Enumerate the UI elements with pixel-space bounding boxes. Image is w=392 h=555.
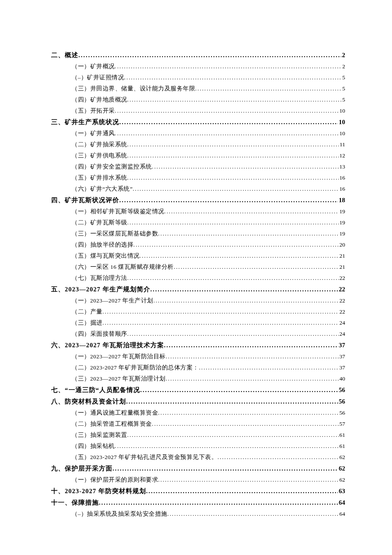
- toc-label: （二）产量: [72, 308, 103, 316]
- toc-label: （一）相邻矿井瓦斯等级鉴定情况: [72, 208, 164, 215]
- toc-label: 九、保护层开采方面: [51, 465, 112, 473]
- toc-entry[interactable]: （–）矿井证照情况...............................…: [51, 74, 345, 81]
- toc-label: （–）抽采系统及抽采泵站安全措施: [72, 510, 167, 518]
- toc-label: （三）一采区煤层瓦斯基础参数: [72, 230, 158, 238]
- toc-entry[interactable]: （四）矿井安全监测监控系统...........................…: [51, 163, 345, 171]
- toc-entry[interactable]: （四）抽采钻机.................................…: [51, 442, 345, 450]
- toc-leader-dots: ........................................…: [195, 85, 341, 92]
- toc-entry[interactable]: （–）抽采系统及抽采泵站安全措施........................…: [51, 510, 345, 518]
- toc-page-number: 19: [339, 208, 346, 215]
- toc-entry[interactable]: 四、矿井瓦斯状况评价..............................…: [51, 196, 345, 204]
- toc-entry[interactable]: 六、2023—2027 年瓦斯治理技术方案...................…: [51, 341, 345, 349]
- toc-entry[interactable]: （一）2023—2027 年瓦斯防治目标....................…: [51, 353, 345, 360]
- toc-entry[interactable]: （三）抽采监测装置...............................…: [51, 431, 345, 439]
- toc-entry[interactable]: （一）保护层开采的原则和要求..........................…: [51, 476, 345, 484]
- table-of-contents: 二、概述....................................…: [51, 51, 345, 518]
- toc-leader-dots: ........................................…: [103, 308, 339, 315]
- toc-entry[interactable]: （二）矿井瓦斯等级...............................…: [51, 219, 345, 227]
- toc-label: （一）矿井概况: [72, 63, 115, 70]
- toc-leader-dots: ........................................…: [158, 477, 339, 483]
- toc-entry[interactable]: （五）煤与瓦斯突出情况.............................…: [51, 252, 345, 260]
- toc-entry[interactable]: （一）通风设施工程量概算资金..........................…: [51, 409, 345, 417]
- toc-entry[interactable]: （一）矿井概况.................................…: [51, 63, 345, 70]
- toc-entry[interactable]: （一）矿井通风.................................…: [51, 130, 345, 137]
- toc-leader-dots: ........................................…: [112, 465, 338, 472]
- toc-entry[interactable]: （一）相邻矿井瓦斯等级鉴定情况.........................…: [51, 208, 345, 215]
- toc-page-number: 22: [338, 286, 345, 293]
- toc-leader-dots: ........................................…: [164, 342, 338, 349]
- toc-entry[interactable]: （四）矿井地质概况...............................…: [51, 96, 345, 104]
- toc-leader-dots: ........................................…: [119, 197, 338, 204]
- toc-leader-dots: ........................................…: [167, 511, 339, 517]
- toc-entry[interactable]: （五）2023-2027 年矿井钻孔进尺及资金预算见下表。...........…: [51, 453, 345, 461]
- toc-page-number: 40: [339, 375, 346, 382]
- toc-leader-dots: ........................................…: [153, 297, 339, 304]
- toc-label: 七、“一通三防“人员配备情况: [51, 386, 140, 394]
- toc-label: （三）抽采监测装置: [72, 431, 127, 439]
- toc-leader-dots: ........................................…: [115, 108, 339, 114]
- toc-page-number: 16: [339, 186, 346, 192]
- toc-entry[interactable]: （二）产量...................................…: [51, 308, 345, 316]
- toc-leader-dots: ........................................…: [115, 443, 339, 450]
- toc-label: 三、矿井生产系统状况: [51, 118, 119, 126]
- toc-leader-dots: ........................................…: [127, 152, 339, 159]
- toc-label: （三）矿井供电系统: [72, 152, 127, 160]
- toc-page-number: 64: [338, 499, 345, 506]
- toc-entry[interactable]: （六）矿井“六大系统”.............................…: [51, 185, 345, 193]
- toc-page-number: 19: [339, 230, 346, 237]
- toc-entry[interactable]: （三）井田边界、储量、设计能力及服务年限....................…: [51, 85, 345, 93]
- toc-page-number: 12: [339, 152, 346, 159]
- toc-leader-dots: ........................................…: [158, 410, 339, 416]
- toc-page-number: 18: [338, 197, 345, 204]
- toc-page-number: 22: [339, 297, 346, 304]
- toc-entry[interactable]: 五、2023—2027 年生产规划简介.....................…: [51, 285, 345, 293]
- toc-label: 十一、保障措施: [51, 499, 99, 507]
- toc-label: （七）瓦斯治理方法: [72, 274, 127, 282]
- toc-leader-dots: ........................................…: [119, 119, 338, 126]
- toc-label: （三）2023—2027 年瓦斯治理计划: [72, 375, 166, 383]
- toc-leader-dots: ........................................…: [133, 186, 338, 192]
- toc-page-number: 13: [339, 163, 346, 170]
- toc-page-number: 10: [339, 130, 346, 137]
- toc-leader-dots: ........................................…: [150, 286, 338, 293]
- toc-entry[interactable]: 九、保护层开采方面...............................…: [51, 465, 345, 473]
- toc-entry[interactable]: 二、概述....................................…: [51, 51, 345, 59]
- toc-leader-dots: ........................................…: [127, 219, 339, 226]
- toc-entry[interactable]: （四）采面接替顺序...............................…: [51, 330, 345, 338]
- toc-entry[interactable]: （二）抽采管道工程概算资金...........................…: [51, 420, 345, 428]
- toc-entry[interactable]: （四）抽放半径的选择..............................…: [51, 241, 345, 249]
- toc-entry[interactable]: （一）2023—2027 年生产计划......................…: [51, 297, 345, 305]
- toc-entry[interactable]: （三）2023—2027 年瓦斯治理计划....................…: [51, 375, 345, 383]
- toc-entry[interactable]: （三）掘进...................................…: [51, 319, 345, 327]
- toc-leader-dots: ........................................…: [78, 52, 341, 59]
- toc-entry[interactable]: （二）2023-2027 年矿井瓦斯防治的总体方案：..............…: [51, 364, 345, 372]
- toc-label: （四）采面接替顺序: [72, 330, 127, 338]
- toc-page-number: 20: [339, 241, 346, 248]
- toc-leader-dots: ........................................…: [146, 488, 338, 495]
- toc-entry[interactable]: （五）开拓开采.................................…: [51, 107, 345, 115]
- toc-entry[interactable]: （三）矿井供电系统...............................…: [51, 152, 345, 160]
- toc-entry[interactable]: （七）瓦斯治理方法...............................…: [51, 274, 345, 282]
- toc-entry[interactable]: （三）一采区煤层瓦斯基础参数..........................…: [51, 230, 345, 238]
- toc-label: （一）通风设施工程量概算资金: [72, 409, 158, 417]
- toc-page-number: 11: [339, 141, 345, 148]
- toc-entry[interactable]: 三、矿井生产系统状况..............................…: [51, 118, 345, 126]
- toc-entry[interactable]: （二）矿井抽采系统...............................…: [51, 141, 345, 148]
- toc-label: （五）开拓开采: [72, 107, 115, 115]
- toc-label: （一）2023—2027 年瓦斯防治目标: [72, 353, 166, 360]
- toc-leader-dots: ........................................…: [124, 74, 341, 81]
- toc-label: （六）一采区 16 煤瓦斯赋存规律分析: [72, 263, 174, 271]
- toc-page-number: 21: [339, 264, 346, 270]
- toc-leader-dots: ........................................…: [115, 130, 339, 137]
- toc-entry[interactable]: （六）一采区 16 煤瓦斯赋存规律分析.....................…: [51, 263, 345, 271]
- toc-entry[interactable]: 七、“一通三防“人员配备情况..........................…: [51, 386, 345, 394]
- toc-label: （四）矿井地质概况: [72, 96, 127, 104]
- toc-entry[interactable]: （五）矿井排水系统...............................…: [51, 174, 345, 182]
- toc-label: （四）抽采钻机: [72, 442, 115, 450]
- toc-page-number: 22: [339, 275, 346, 282]
- toc-page-number: 62: [338, 465, 345, 472]
- toc-entry[interactable]: 八、防突材料及资金计划.............................…: [51, 398, 345, 406]
- toc-entry[interactable]: 十、2023-2027 年防突材料规划.....................…: [51, 487, 345, 495]
- toc-label: （二）矿井瓦斯等级: [72, 219, 127, 227]
- toc-entry[interactable]: 十一、保障措施.................................…: [51, 499, 345, 507]
